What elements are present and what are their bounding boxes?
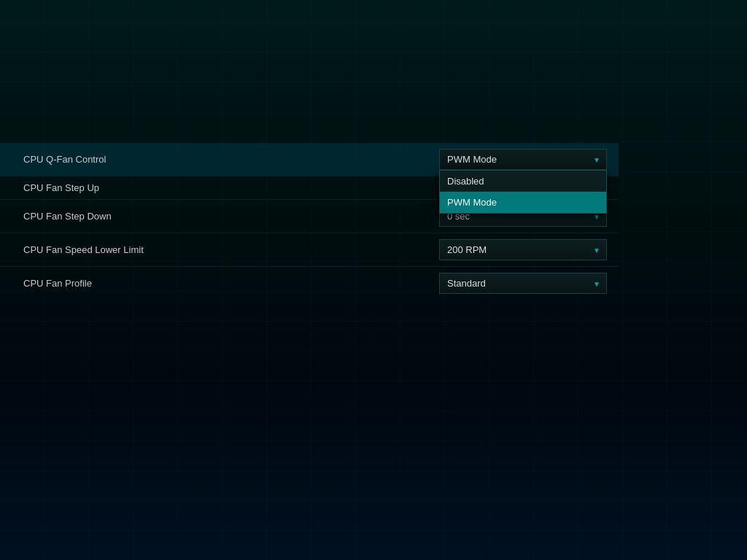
cpu-qfan-dropdown[interactable]: PWM Mode <box>439 149 607 170</box>
cpu-fan-profile-label: CPU Fan Profile <box>23 278 439 289</box>
cpu-fan-profile-dropdown[interactable]: Standard <box>439 273 607 294</box>
cpu-qfan-dropdown-menu: Disabled PWM Mode <box>439 170 607 214</box>
setting-cpu-qfan-control[interactable]: CPU Q-Fan Control PWM Mode Disabled PWM … <box>0 143 619 176</box>
settings-list: CPU Q-Fan Control PWM Mode Disabled PWM … <box>0 143 619 295</box>
cpu-qfan-dropdown-container[interactable]: PWM Mode Disabled PWM Mode <box>439 149 607 170</box>
cpu-fan-speed-lower-dropdown[interactable]: 200 RPM <box>439 239 607 260</box>
cpu-qfan-label: CPU Q-Fan Control <box>23 154 439 165</box>
option-pwm-mode[interactable]: PWM Mode <box>440 192 606 213</box>
cpu-fan-profile-container[interactable]: Standard <box>439 273 607 294</box>
cpu-fan-speed-lower-label: CPU Fan Speed Lower Limit <box>23 244 439 255</box>
option-disabled[interactable]: Disabled <box>440 171 606 192</box>
setting-cpu-fan-profile[interactable]: CPU Fan Profile Standard <box>0 267 619 295</box>
cpu-fan-speed-lower-container[interactable]: 200 RPM <box>439 239 607 260</box>
cpu-fan-step-down-label: CPU Fan Step Down <box>23 211 439 222</box>
setting-cpu-fan-speed-lower[interactable]: CPU Fan Speed Lower Limit 200 RPM <box>0 233 619 267</box>
cpu-fan-step-up-label: CPU Fan Step Up <box>23 182 439 193</box>
